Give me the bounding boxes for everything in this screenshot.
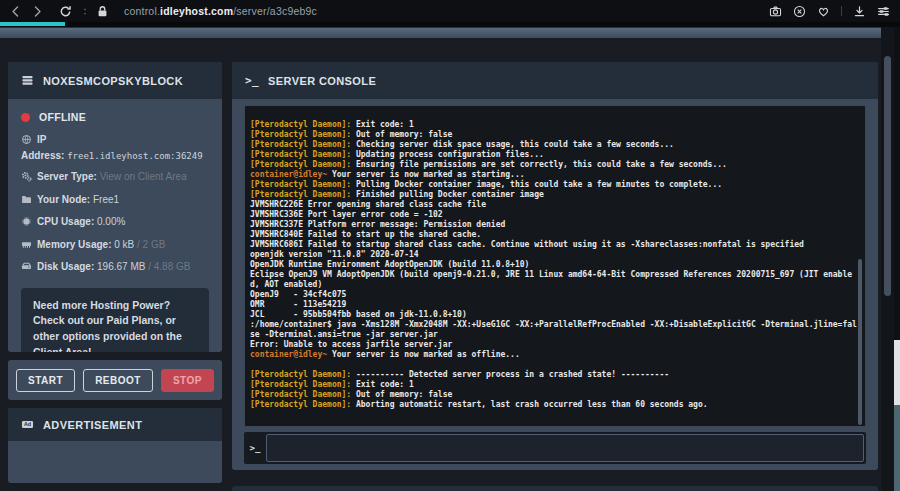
console-line: [Pterodactyl Daemon]: Checking server di… (250, 140, 860, 150)
console-line: JCL - 95bb504fbb based on jdk-11.0.8+10) (250, 310, 860, 320)
window-edge-top (894, 0, 900, 340)
window-edge-teal (894, 405, 900, 491)
screenshot-icon[interactable] (769, 5, 782, 18)
console-command-input[interactable] (266, 434, 864, 462)
ad-title: ADVERTISEMENT (43, 419, 142, 431)
console-line: container@idley~ Your server is now mark… (250, 170, 860, 180)
console-line: :/home/container$ java -Xms128M -Xmx2048… (250, 320, 860, 340)
content-blocker-icon[interactable] (793, 5, 806, 18)
server-stat: IP Address: free1.idleyhost.com:36249 (21, 133, 209, 163)
forward-icon[interactable] (31, 5, 44, 18)
console-line (250, 360, 860, 370)
console-line: Eclipse OpenJ9 VM AdoptOpenJDK (build op… (250, 270, 860, 290)
console-line: Error: Unable to access jarfile server.j… (250, 340, 860, 350)
console-line: [Pterodactyl Daemon]: Ensuring file perm… (250, 160, 860, 170)
console-line: JVMSHRC337E Platform error message: Perm… (250, 220, 860, 230)
screen: control.idleyhost.com/server/a3c9eb9c NO… (0, 0, 900, 491)
console-prompt: >_ (244, 432, 266, 464)
terminal-icon: >_ (245, 74, 259, 87)
start-button[interactable]: START (16, 369, 75, 392)
console-output[interactable]: [Pterodactyl Daemon]: Exit code: 1[Ptero… (244, 105, 866, 427)
svg-text:Ad: Ad (24, 421, 31, 427)
url-domain: idleyhost.com (160, 5, 233, 17)
console-lines: [Pterodactyl Daemon]: Exit code: 1[Ptero… (250, 120, 860, 410)
next-panel-edge (232, 486, 878, 491)
power-controls-panel: STARTREBOOTSTOP (8, 360, 222, 400)
reboot-button[interactable]: REBOOT (83, 369, 153, 392)
console-line: OpenJDK Runtime Environment AdoptOpenJDK… (250, 260, 860, 270)
ad-header: Ad ADVERTISEMENT (8, 408, 222, 441)
site-navbar (0, 27, 881, 38)
more-dots-icon (83, 5, 87, 18)
server-stat: Your Node: Free1 (21, 193, 209, 209)
memory-icon (21, 239, 37, 254)
console-line: [Pterodactyl Daemon]: Pulling Docker con… (250, 180, 860, 190)
globe-icon (21, 134, 37, 149)
hdd-icon (21, 261, 37, 276)
bookmark-heart-icon[interactable] (817, 5, 830, 18)
upsell-notice: Need more Hosting Power? Check out our P… (21, 288, 209, 353)
console-line: JVMSHRC336E Port layer error code = -102 (250, 210, 860, 220)
ad-panel: Ad ADVERTISEMENT (8, 408, 222, 483)
server-stat: Disk Usage: 196.67 MB / 4.88 GB (21, 260, 209, 276)
download-icon[interactable] (853, 5, 866, 18)
status-label: OFFLINE (39, 111, 86, 123)
console-line: [Pterodactyl Daemon]: Out of memory: fal… (250, 130, 860, 140)
url-path: /server/a3c9eb9c (233, 5, 317, 17)
console-line: JVMSHRC226E Error opening shared class c… (250, 200, 860, 210)
url-prefix: control. (124, 5, 160, 17)
console-line: [Pterodactyl Daemon]: Exit code: 1 (250, 380, 860, 390)
console-line: [Pterodactyl Daemon]: Finished pulling D… (250, 190, 860, 200)
console-title: SERVER CONSOLE (268, 75, 376, 87)
server-stat: CPU Usage: 0.00% (21, 215, 209, 231)
console-line: [Pterodactyl Daemon]: Updating process c… (250, 150, 860, 160)
console-line: container@idley~ Your server is now mark… (250, 350, 860, 360)
browser-actions (769, 5, 900, 18)
console-line: OpenJ9 - 34cf4c075 (250, 290, 860, 300)
console-line: JVMSHRC686I Failed to startup shared cla… (250, 240, 860, 250)
menu-icon[interactable] (877, 5, 890, 18)
server-info-panel: NOXESMCOPSKYBLOCK OFFLINE IP Address: fr… (8, 62, 222, 352)
server-stat: Server Type: View on Client Area (21, 170, 209, 186)
server-info-header: NOXESMCOPSKYBLOCK (8, 62, 222, 99)
tab-strip (0, 22, 900, 27)
console-line: JVMSHRC840E Failed to start up the share… (250, 230, 860, 240)
console-panel: >_ SERVER CONSOLE [Pterodactyl Daemon]: … (232, 62, 878, 470)
sidebar-stats: IP Address: free1.idleyhost.com:36249 Se… (21, 133, 209, 276)
status-dot-icon (21, 113, 30, 122)
console-line: [Pterodactyl Daemon]: ---------- Detecte… (250, 370, 860, 380)
cogs-icon (21, 171, 37, 186)
page-scrollbar-thumb[interactable] (884, 56, 891, 296)
folder-icon (21, 194, 37, 209)
server-stat: Memory Usage: 0 kB / 2 GB (21, 238, 209, 254)
console-scrollbar[interactable] (858, 259, 862, 425)
active-tab-indicator (0, 22, 65, 26)
ad-icon: Ad (21, 418, 34, 431)
console-line: OMR - 113e54219 (250, 300, 860, 310)
microchip-icon (21, 216, 37, 231)
address-bar[interactable]: control.idleyhost.com/server/a3c9eb9c (124, 5, 317, 17)
reload-icon[interactable] (59, 5, 72, 18)
ad-slot (8, 441, 222, 483)
divider (841, 6, 842, 16)
window-edge-white (894, 340, 900, 405)
browser-toolbar: control.idleyhost.com/server/a3c9eb9c (0, 0, 900, 22)
console-header: >_ SERVER CONSOLE (232, 62, 878, 99)
console-line: [Pterodactyl Daemon]: Aborting automatic… (250, 400, 860, 410)
console-line: [Pterodactyl Daemon]: Out of memory: fal… (250, 390, 860, 400)
console-line: [Pterodactyl Daemon]: Exit code: 1 (250, 120, 860, 130)
console-input-row: >_ (244, 432, 866, 464)
stop-button[interactable]: STOP (161, 369, 214, 392)
server-stack-icon (21, 74, 34, 87)
server-status: OFFLINE (21, 111, 209, 123)
console-line: openjdk version "11.0.8" 2020-07-14 (250, 250, 860, 260)
lock-icon (96, 5, 109, 18)
back-icon[interactable] (9, 5, 22, 18)
server-name: NOXESMCOPSKYBLOCK (43, 75, 183, 87)
